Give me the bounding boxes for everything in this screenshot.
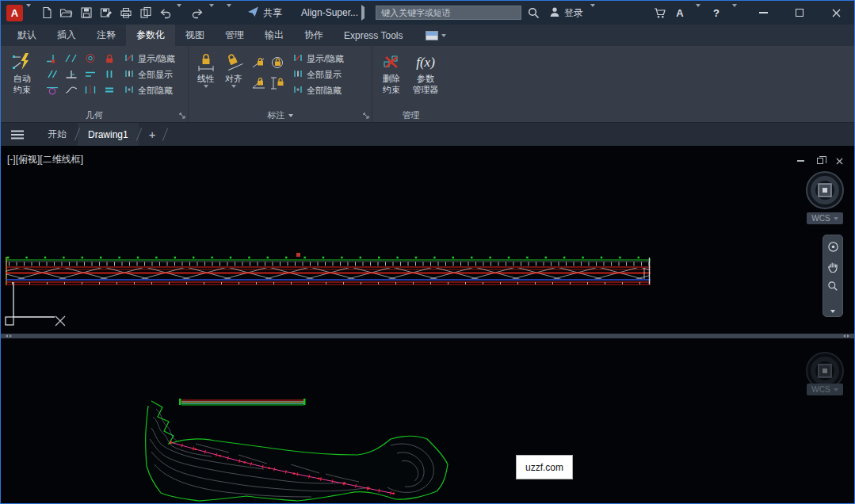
navigation-wheel-icon[interactable]	[827, 241, 839, 253]
maximize-button[interactable]	[781, 1, 818, 25]
panel-manage: 删除 约束 f(x) 参数 管理器 管理	[372, 46, 449, 122]
aligned-dim-constraint-button[interactable]: 对齐	[219, 49, 248, 88]
qat-customize-caret-icon[interactable]	[227, 7, 231, 18]
grip-point[interactable]	[296, 253, 300, 257]
signin-button[interactable]: 登录	[549, 6, 598, 20]
dim-show-hide-button[interactable]: 显示/隐藏	[292, 51, 344, 67]
save-as-icon[interactable]	[99, 6, 113, 20]
app-logo-icon[interactable]: A	[6, 5, 23, 21]
linear-dim-constraint-button[interactable]: 线性	[193, 49, 219, 88]
ribbon-display-options-button[interactable]	[421, 25, 451, 46]
dim-show-all-button[interactable]: 全部显示	[292, 67, 344, 82]
splitter-right-handle[interactable]	[843, 334, 849, 338]
doc-close-icon[interactable]	[836, 154, 843, 168]
close-button[interactable]	[818, 1, 854, 25]
drawing-area[interactable]: [-][俯视][二维线框]	[1, 146, 854, 503]
wcs-dropdown-secondary[interactable]: WCS	[807, 384, 843, 395]
titlebar-right-icons: A ?	[651, 5, 740, 21]
vertical-constraint-icon[interactable]	[100, 66, 119, 82]
search-icon[interactable]	[528, 7, 540, 19]
hamburger-menu-icon[interactable]	[10, 129, 25, 140]
app-store-icon[interactable]: A	[672, 5, 688, 21]
viewport-controls-label[interactable]: [-][俯视][二维线框]	[7, 153, 83, 166]
tangent-constraint-icon[interactable]	[43, 82, 62, 97]
cart-icon[interactable]	[651, 5, 667, 21]
parameters-manager-button[interactable]: f(x) 参数 管理器	[407, 49, 445, 95]
tab-annotate[interactable]: 注释	[86, 25, 126, 46]
geo-hide-all-button[interactable]: 全部隐藏	[124, 82, 175, 98]
geometric-dialog-launcher-icon[interactable]	[179, 111, 185, 120]
auto-constrain-button[interactable]: 自动 约束	[5, 49, 40, 95]
collinear-constraint-icon[interactable]	[62, 50, 81, 66]
mini-profile-strip	[179, 399, 306, 405]
publish-icon[interactable]	[139, 6, 152, 20]
file-tab-start[interactable]: 开始	[37, 123, 77, 146]
new-file-icon[interactable]	[40, 6, 53, 20]
doc-minimize-icon[interactable]	[797, 160, 804, 162]
dimensional-dialog-launcher-icon[interactable]	[363, 111, 369, 120]
undo-caret-icon[interactable]	[177, 7, 181, 18]
wcs-dropdown[interactable]: WCS	[807, 212, 843, 224]
help-icon[interactable]: ?	[708, 5, 724, 21]
aligned-dim-caret-icon[interactable]	[231, 85, 236, 88]
viewport-splitter[interactable]	[1, 334, 854, 338]
road-profile-drawing[interactable]	[1, 250, 658, 290]
linear-dim-caret-icon[interactable]	[204, 85, 208, 88]
tab-output[interactable]: 输出	[254, 25, 294, 46]
file-tab-bar: 开始 Drawing1 +	[1, 122, 854, 146]
save-icon[interactable]	[79, 6, 93, 20]
geo-show-hide-button[interactable]: 显示/隐藏	[124, 51, 175, 67]
new-drawing-tab-button[interactable]: +	[139, 128, 166, 141]
redo-icon[interactable]	[191, 6, 204, 20]
tab-express-tools[interactable]: Express Tools	[334, 25, 413, 46]
wcs-label: WCS	[811, 214, 830, 223]
tab-view[interactable]: 视图	[175, 25, 215, 46]
store-caret-icon[interactable]	[696, 7, 700, 18]
app-menu-caret-icon[interactable]	[26, 7, 31, 18]
open-folder-icon[interactable]	[59, 6, 73, 20]
geometric-panel-label[interactable]: 几何	[1, 109, 188, 122]
dimensional-panel-label[interactable]: 标注	[189, 109, 372, 122]
angular-dim-constraint-icon[interactable]	[250, 73, 269, 94]
fix-constraint-icon[interactable]	[100, 50, 119, 66]
parallel-constraint-icon[interactable]	[43, 66, 62, 82]
tab-collaborate[interactable]: 协作	[294, 25, 334, 46]
minimize-button[interactable]	[745, 1, 781, 25]
splitter-left-handle[interactable]	[6, 334, 12, 338]
undo-icon[interactable]	[158, 6, 172, 20]
redo-caret-icon[interactable]	[209, 7, 214, 18]
pan-hand-icon[interactable]	[827, 261, 838, 273]
navbar-more-caret-icon[interactable]	[830, 310, 835, 313]
signin-caret-icon[interactable]	[590, 7, 595, 18]
file-tab-drawing1[interactable]: Drawing1	[78, 123, 139, 146]
document-title: Align-Super...	[301, 7, 358, 18]
manage-panel-label[interactable]: 管理	[372, 109, 449, 122]
delete-constraints-button[interactable]: 删除 约束	[376, 49, 407, 95]
equal-constraint-icon[interactable]	[100, 82, 119, 97]
symmetric-constraint-icon[interactable]	[81, 82, 100, 97]
coincident-constraint-icon[interactable]	[43, 50, 62, 66]
diameter-dim-constraint-icon[interactable]	[269, 52, 288, 73]
fx-icon: f(x)	[416, 51, 435, 73]
search-scope-caret-icon[interactable]	[361, 7, 365, 18]
vertical-dim-constraint-icon[interactable]	[269, 73, 288, 94]
help-caret-icon[interactable]	[732, 7, 737, 18]
tab-insert[interactable]: 插入	[47, 25, 86, 46]
share-button[interactable]: 共享	[247, 6, 282, 20]
search-input[interactable]	[376, 6, 521, 20]
tab-manage[interactable]: 管理	[215, 25, 254, 46]
perpendicular-constraint-icon[interactable]	[62, 66, 81, 82]
smooth-constraint-icon[interactable]	[62, 82, 81, 97]
radial-dim-constraint-icon[interactable]	[250, 52, 269, 73]
zoom-icon[interactable]	[827, 281, 838, 292]
tab-parametric[interactable]: 参数化	[126, 25, 175, 46]
contour-map-drawing[interactable]	[120, 388, 484, 503]
plot-icon[interactable]	[119, 6, 132, 20]
geo-show-all-button[interactable]: 全部显示	[124, 67, 175, 82]
dim-hide-all-button[interactable]: 全部隐藏	[292, 82, 344, 98]
tab-home[interactable]: 默认	[7, 25, 47, 46]
concentric-constraint-icon[interactable]	[81, 50, 100, 66]
doc-restore-icon[interactable]	[817, 158, 823, 164]
horizontal-constraint-icon[interactable]	[81, 66, 100, 82]
viewcube[interactable]	[803, 168, 847, 212]
